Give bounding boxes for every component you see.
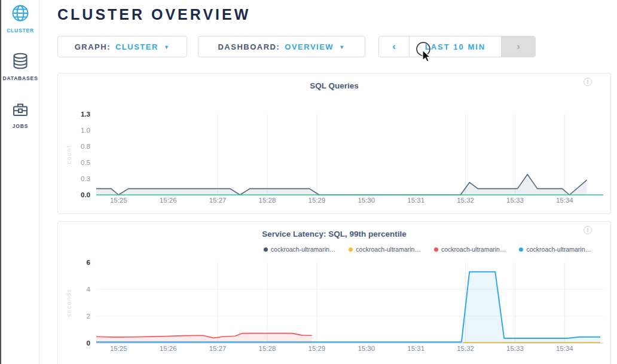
series-line-node-4 <box>96 272 600 342</box>
time-window-selector: ‹ LAST 10 MIN › <box>378 36 536 57</box>
sidebar-item-label: DATABASES <box>1 75 39 81</box>
chevron-down-icon: ▼ <box>164 43 170 50</box>
y-axis-unit-label: count <box>66 145 72 164</box>
x-tick-label: 15:25 <box>110 197 127 204</box>
x-tick-label: 15:33 <box>506 345 524 352</box>
dashboard-dropdown[interactable]: DASHBOARD: OVERVIEW ▼ <box>198 36 365 57</box>
sidebar: CLUSTER DATABASES <box>1 0 39 364</box>
x-tick-label: 15:34 <box>556 345 573 352</box>
time-window-range-button[interactable]: LAST 10 MIN <box>409 36 502 57</box>
x-tick-label: 15:30 <box>358 197 375 204</box>
x-tick-label: 15:33 <box>506 197 524 204</box>
latency-chart: 15:2515:2615:2715:2815:2915:3015:3115:32… <box>58 222 610 364</box>
x-tick-label: 15:27 <box>209 197 227 204</box>
x-tick-label: 15:31 <box>407 345 424 352</box>
page-title: CLUSTER OVERVIEW <box>57 6 251 23</box>
jobs-icon <box>11 110 30 120</box>
series-area-node-4 <box>96 272 600 343</box>
sql-queries-panel: SQL Queries ! 15:2515:2615:2715:2815:291… <box>57 73 611 214</box>
graph-dropdown-value: CLUSTER <box>115 42 158 51</box>
x-tick-label: 15:31 <box>407 197 424 204</box>
y-tick-label: 1.0 <box>81 127 90 134</box>
sidebar-item-jobs[interactable]: JOBS <box>1 100 39 129</box>
dashboard-dropdown-value: OVERVIEW <box>285 42 334 51</box>
x-tick-label: 15:25 <box>110 345 127 352</box>
x-tick-label: 15:29 <box>308 197 325 204</box>
time-window-next-button[interactable]: › <box>502 36 535 57</box>
y-tick-label: 0.3 <box>81 175 90 182</box>
sidebar-item-databases[interactable]: DATABASES <box>1 51 39 81</box>
service-latency-panel: Service Latency: SQL, 99th percentile ! … <box>57 221 611 364</box>
y-tick-label: 0.5 <box>81 159 90 166</box>
graph-dropdown[interactable]: GRAPH: CLUSTER ▼ <box>57 36 187 57</box>
time-window-prev-button[interactable]: ‹ <box>379 36 409 57</box>
sidebar-item-label: CLUSTER <box>1 27 39 33</box>
y-tick-label: 0 <box>87 339 90 347</box>
y-tick-label: 0.0 <box>81 191 90 198</box>
x-tick-label: 15:29 <box>308 345 325 352</box>
x-tick-label: 15:26 <box>160 345 177 352</box>
x-tick-label: 15:34 <box>556 197 573 204</box>
y-tick-label: 4 <box>87 286 91 293</box>
graph-dropdown-label: GRAPH: <box>75 42 111 51</box>
x-tick-label: 15:28 <box>259 197 276 204</box>
y-tick-label: 2 <box>87 313 90 320</box>
x-tick-label: 15:27 <box>209 345 227 352</box>
cluster-overview-page: CLUSTER DATABASES <box>0 0 617 364</box>
dashboard-dropdown-label: DASHBOARD: <box>218 42 280 51</box>
chevron-down-icon: ▼ <box>339 43 345 50</box>
sql-queries-chart: 15:2515:2615:2715:2815:2915:3015:3115:32… <box>58 74 610 213</box>
series-area-sql-queries <box>96 175 587 195</box>
x-tick-label: 15:30 <box>358 345 375 352</box>
globe-icon <box>11 14 30 25</box>
sidebar-item-cluster[interactable]: CLUSTER <box>1 4 39 33</box>
x-tick-label: 15:26 <box>160 197 177 204</box>
x-tick-label: 15:28 <box>259 345 276 352</box>
x-tick-label: 15:32 <box>457 345 474 352</box>
y-tick-label: 6 <box>87 259 90 266</box>
y-axis-unit-label: seconds <box>66 289 72 317</box>
sidebar-item-label: JOBS <box>1 123 39 129</box>
y-tick-label: 0.8 <box>81 143 90 150</box>
y-tick-label: 1.3 <box>81 111 90 118</box>
databases-icon <box>11 62 30 72</box>
x-tick-label: 15:32 <box>457 197 474 204</box>
